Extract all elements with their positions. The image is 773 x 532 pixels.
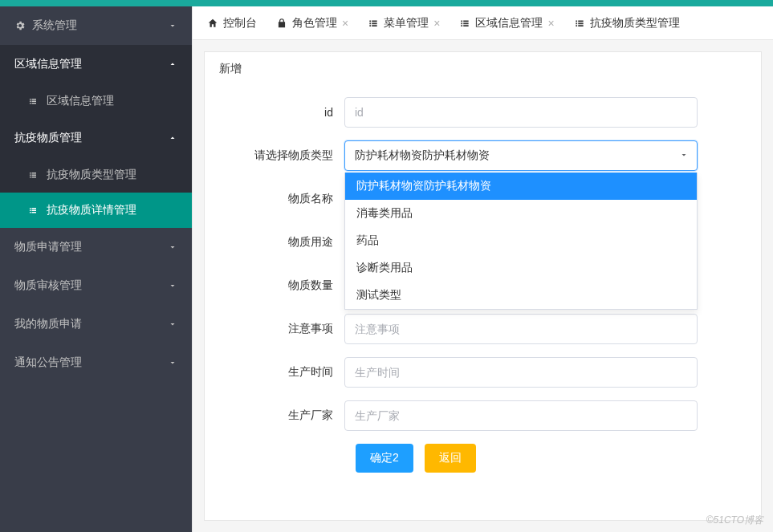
label-qty: 物质数量 xyxy=(224,278,344,293)
label-id: id xyxy=(224,106,344,119)
sidebar-label: 区域信息管理 xyxy=(14,57,82,71)
label-usage: 物质用途 xyxy=(224,235,344,250)
tab-label: 角色管理 xyxy=(292,16,337,30)
sidebar-label: 通知公告管理 xyxy=(14,355,82,370)
tab-label: 抗疫物质类型管理 xyxy=(590,16,680,30)
back-button[interactable]: 返回 xyxy=(425,444,476,473)
sidebar: 系统管理 区域信息管理 区域信息管理 xyxy=(0,6,192,532)
chevron-up-icon xyxy=(168,59,177,69)
panel: 新增 id 请选择物质类型 防护耗材物资防护 xyxy=(204,51,762,521)
close-icon[interactable]: × xyxy=(547,17,554,30)
tab-role[interactable]: 角色管理 × xyxy=(268,6,356,40)
chevron-down-icon xyxy=(168,21,177,30)
select-option[interactable]: 测试类型 xyxy=(345,282,697,309)
select-option[interactable]: 诊断类用品 xyxy=(345,254,697,282)
tab-label: 区域信息管理 xyxy=(475,16,543,30)
content-area: 控制台 角色管理 × 菜单管理 × xyxy=(192,6,773,532)
top-accent-bar xyxy=(0,0,773,6)
gear-icon xyxy=(14,20,26,31)
label-note: 注意事项 xyxy=(224,322,344,336)
close-icon[interactable]: × xyxy=(433,17,440,30)
sidebar-item-label: 抗疫物质详情管理 xyxy=(47,203,136,217)
form: id 请选择物质类型 防护耗材物资防护耗材物资 xyxy=(205,86,761,473)
chevron-down-icon xyxy=(168,319,177,329)
sidebar-label: 物质审核管理 xyxy=(14,278,82,293)
list-icon xyxy=(574,18,585,29)
input-ptime[interactable] xyxy=(344,357,698,388)
lock-icon xyxy=(276,18,287,29)
sidebar-group-system[interactable]: 系统管理 xyxy=(0,6,192,45)
sidebar-group-apply[interactable]: 物质申请管理 xyxy=(0,228,192,266)
sidebar-item-label: 区域信息管理 xyxy=(47,94,114,108)
tab-label: 菜单管理 xyxy=(384,16,429,30)
tab-region[interactable]: 区域信息管理 × xyxy=(451,6,562,40)
list-icon xyxy=(27,170,39,180)
select-material-type[interactable]: 防护耗材物资防护耗材物资 xyxy=(344,140,698,171)
chevron-down-icon xyxy=(168,358,177,368)
sidebar-group-material[interactable]: 抗疫物质管理 xyxy=(0,119,192,157)
tab-console[interactable]: 控制台 xyxy=(199,6,265,40)
sidebar-item-material-detail[interactable]: 抗疫物质详情管理 xyxy=(0,193,192,228)
sidebar-group-notice[interactable]: 通知公告管理 xyxy=(0,343,192,382)
label-type: 请选择物质类型 xyxy=(224,148,344,163)
tab-bar: 控制台 角色管理 × 菜单管理 × xyxy=(193,6,773,40)
sidebar-group-region[interactable]: 区域信息管理 xyxy=(0,45,192,83)
label-ptime: 生产时间 xyxy=(224,365,344,380)
close-icon[interactable]: × xyxy=(342,17,348,30)
sidebar-label: 抗疫物质管理 xyxy=(14,131,82,145)
sidebar-item-region-info[interactable]: 区域信息管理 xyxy=(0,83,192,119)
sidebar-group-audit[interactable]: 物质审核管理 xyxy=(0,266,192,305)
chevron-down-icon xyxy=(168,281,177,290)
list-icon xyxy=(27,96,39,106)
sidebar-item-label: 抗疫物质类型管理 xyxy=(47,168,136,182)
select-option[interactable]: 药品 xyxy=(345,227,697,254)
sidebar-label: 我的物质申请 xyxy=(14,317,82,331)
panel-title: 新增 xyxy=(205,52,761,86)
submit-button[interactable]: 确定2 xyxy=(356,444,413,473)
list-icon xyxy=(27,205,39,215)
input-maker[interactable] xyxy=(344,400,698,431)
select-dropdown: 防护耗材物资防护耗材物资 消毒类用品 药品 诊断类用品 测试类型 xyxy=(344,173,698,310)
tab-material-type[interactable]: 抗疫物质类型管理 xyxy=(566,6,688,40)
tab-menu[interactable]: 菜单管理 × xyxy=(360,6,448,40)
chevron-down-icon xyxy=(679,149,689,162)
select-option[interactable]: 消毒类用品 xyxy=(345,200,697,227)
list-icon xyxy=(459,18,470,29)
sidebar-label: 系统管理 xyxy=(32,18,77,33)
home-icon xyxy=(207,18,218,29)
label-maker: 生产厂家 xyxy=(224,408,344,423)
tab-label: 控制台 xyxy=(223,16,257,30)
label-name: 物质名称 xyxy=(224,192,344,206)
input-note[interactable] xyxy=(344,314,698,344)
chevron-up-icon xyxy=(168,133,177,143)
sidebar-item-material-type[interactable]: 抗疫物质类型管理 xyxy=(0,157,192,193)
sidebar-group-my-apply[interactable]: 我的物质申请 xyxy=(0,305,192,343)
select-value: 防护耗材物资防护耗材物资 xyxy=(355,148,490,163)
list-icon xyxy=(368,18,379,29)
input-id[interactable] xyxy=(344,97,698,128)
select-option[interactable]: 防护耗材物资防护耗材物资 xyxy=(345,173,697,200)
chevron-down-icon xyxy=(168,242,177,252)
sidebar-label: 物质申请管理 xyxy=(14,240,82,254)
